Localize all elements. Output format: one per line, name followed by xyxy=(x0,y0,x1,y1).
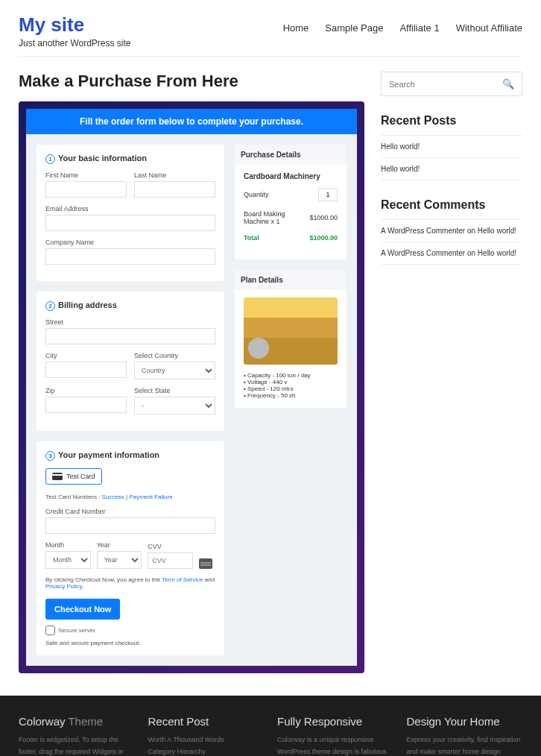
secure-label: Secure server xyxy=(58,627,95,634)
test-card-button[interactable]: Test Card xyxy=(45,468,102,485)
step-3-icon: 3 xyxy=(45,451,55,461)
recent-posts-title: Recent Posts xyxy=(381,114,522,127)
cc-label: Credit Card Number xyxy=(45,508,215,515)
list-item[interactable]: Hello world! xyxy=(381,158,522,180)
total-value: $1000.00 xyxy=(309,234,338,242)
street-input[interactable] xyxy=(45,328,215,344)
tcn-label: Test Card Numbers : xyxy=(45,494,100,500)
email-input[interactable] xyxy=(45,215,215,231)
footer-text: Worth A Thousand Words Category Hierarch… xyxy=(148,734,265,756)
line-price: $1000.00 xyxy=(309,214,338,221)
safe-text: Safe and secure payment checkout. xyxy=(45,640,215,646)
nav-sample-page[interactable]: Sample Page xyxy=(325,22,383,34)
last-name-input[interactable] xyxy=(134,181,215,198)
state-label: Select State xyxy=(134,387,215,394)
site-footer: Colorway ThemeFooter is widgetized. To s… xyxy=(0,696,541,756)
first-name-label: First Name xyxy=(45,171,127,179)
qty-label: Quantity xyxy=(244,191,269,198)
tcn-failure-link[interactable]: Payment Failure xyxy=(129,494,172,500)
privacy-link[interactable]: Privacy Policy xyxy=(45,583,82,590)
list-item[interactable]: A WordPress Commenter on Hello world! xyxy=(381,242,522,265)
footer-text: Express your creativity, find inspiratio… xyxy=(407,734,523,756)
form-banner: Fill the order form below to complete yo… xyxy=(26,109,357,134)
cvv-input[interactable] xyxy=(148,552,193,569)
cc-input[interactable] xyxy=(45,517,215,534)
country-select[interactable]: Country xyxy=(134,362,215,379)
month-select[interactable]: Month xyxy=(45,551,91,569)
spec-item: Capacity - 100 ton / day xyxy=(244,372,338,379)
email-label: Email Address xyxy=(45,205,215,212)
recent-comments-title: Recent Comments xyxy=(381,198,522,212)
product-name: Cardboard Machinery xyxy=(244,172,338,180)
spec-item: Frequency - 50 zh xyxy=(244,392,338,399)
plan-specs: Capacity - 100 ton / day Voltage - 440 v… xyxy=(244,372,338,399)
last-name-label: Last Name xyxy=(134,171,215,179)
tagline: Just another WordPress site xyxy=(19,38,131,48)
company-input[interactable] xyxy=(45,248,215,265)
line-item: Board Making Machine x 1 xyxy=(244,210,309,225)
search-input[interactable] xyxy=(389,80,502,89)
nav-without-affiliate[interactable]: Without Affiliate xyxy=(456,22,522,34)
main-nav: Home Sample Page Affiliate 1 Without Aff… xyxy=(283,22,522,34)
recent-comments-list: A WordPress Commenter on Hello world! A … xyxy=(381,219,522,265)
order-panel: Fill the order form below to complete yo… xyxy=(19,101,364,673)
plan-image xyxy=(244,297,338,365)
search-box: 🔍 xyxy=(381,72,522,96)
street-label: Street xyxy=(45,318,215,326)
basic-info-card: 1Your basic information First Name Last … xyxy=(37,145,224,281)
spec-item: Speed - 120 mtrs xyxy=(244,385,338,392)
list-item[interactable]: Hello world! xyxy=(381,136,522,158)
card-icon xyxy=(52,473,63,480)
recent-posts-list: Hello world! Hello world! xyxy=(381,135,522,180)
billing-card: 2Billing address Street City Select Coun… xyxy=(37,292,224,431)
total-label: Total xyxy=(244,234,259,242)
zip-label: Zip xyxy=(45,387,127,394)
step-2-icon: 2 xyxy=(45,301,55,311)
plan-details-card: Plan Details Capacity - 100 ton / day Vo… xyxy=(235,270,347,408)
purchase-details-card: Purchase Details Cardboard Machinery Qua… xyxy=(235,145,347,259)
section-title: Your payment information xyxy=(58,450,159,459)
zip-input[interactable] xyxy=(45,397,127,413)
country-label: Select Country xyxy=(134,352,215,359)
tcn-success-link[interactable]: Success xyxy=(102,494,124,500)
page-title: Make a Purchase From Here xyxy=(19,72,364,91)
site-title[interactable]: My site xyxy=(19,13,131,37)
footer-text: Colorway is a unique responsive WordPres… xyxy=(277,734,393,756)
section-title: Your basic information xyxy=(58,154,147,163)
checkout-button[interactable]: Checkout Now xyxy=(45,599,120,620)
step-1-icon: 1 xyxy=(45,154,55,164)
state-select[interactable]: - xyxy=(134,397,215,415)
tos-link[interactable]: Term of Service xyxy=(162,576,203,583)
plan-details-head: Plan Details xyxy=(235,270,347,290)
section-title: Billing address xyxy=(58,300,117,309)
secure-checkbox[interactable] xyxy=(45,626,55,635)
card-type-icon xyxy=(199,558,212,569)
footer-text: Footer is widgetized. To setup the foote… xyxy=(19,734,135,756)
spec-item: Voltage - 440 v xyxy=(244,379,338,385)
company-label: Company Name xyxy=(45,239,215,246)
site-header: My site Just another WordPress site Home… xyxy=(19,0,522,57)
year-select[interactable]: Year xyxy=(97,551,142,569)
cvv-label: CVV xyxy=(148,543,193,550)
payment-card: 3Your payment information Test Card Test… xyxy=(37,441,224,655)
nav-affiliate-1[interactable]: Affiliate 1 xyxy=(399,22,439,34)
search-icon[interactable]: 🔍 xyxy=(502,78,514,89)
purchase-details-head: Purchase Details xyxy=(235,145,347,165)
city-label: City xyxy=(45,352,127,359)
nav-home[interactable]: Home xyxy=(283,22,309,34)
list-item[interactable]: A WordPress Commenter on Hello world! xyxy=(381,220,522,242)
year-label: Year xyxy=(97,541,142,549)
month-label: Month xyxy=(45,541,91,549)
first-name-input[interactable] xyxy=(45,181,127,198)
qty-input[interactable] xyxy=(318,188,338,201)
city-input[interactable] xyxy=(45,362,127,378)
